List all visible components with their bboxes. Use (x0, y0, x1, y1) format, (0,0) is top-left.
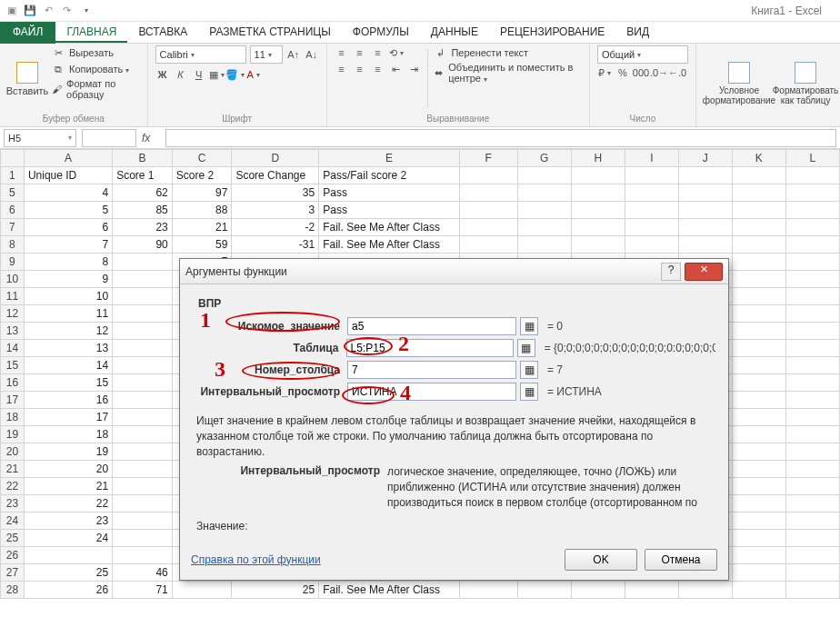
cell[interactable] (785, 340, 839, 357)
row-header[interactable]: 13 (1, 323, 25, 340)
cell[interactable] (732, 461, 785, 478)
cell[interactable] (732, 547, 785, 564)
cell[interactable]: 97 (172, 184, 232, 202)
cell[interactable] (459, 184, 517, 202)
cell[interactable] (732, 202, 785, 219)
cell[interactable] (113, 443, 173, 461)
row-header[interactable]: 8 (1, 236, 25, 254)
cell[interactable] (571, 167, 625, 184)
cell[interactable] (785, 582, 839, 599)
format-painter-button[interactable]: Формат по образцу (66, 78, 140, 100)
tab-review[interactable]: РЕЦЕНЗИРОВАНИЕ (489, 22, 615, 43)
ok-button[interactable]: OK (565, 549, 637, 571)
cell[interactable] (517, 582, 571, 599)
cell[interactable] (678, 582, 732, 599)
col-header[interactable]: A (24, 150, 112, 167)
cell[interactable]: 9 (24, 271, 112, 288)
formula-bar[interactable] (165, 129, 836, 147)
row-header[interactable]: 6 (1, 202, 25, 219)
cell[interactable]: 88 (172, 202, 232, 219)
cell[interactable] (785, 564, 839, 582)
arg-input-range[interactable] (347, 383, 516, 401)
cell[interactable] (732, 564, 785, 582)
underline-icon[interactable]: Ч (192, 67, 206, 82)
cell[interactable] (113, 513, 173, 530)
cell[interactable] (785, 288, 839, 305)
cell[interactable]: 90 (113, 236, 173, 254)
wrap-text-icon[interactable]: ↲ (433, 45, 447, 60)
cell[interactable]: 25 (232, 582, 319, 599)
cell[interactable]: 16 (24, 392, 112, 409)
cell[interactable]: Pass/Fail score 2 (319, 167, 460, 184)
cell[interactable]: 35 (232, 184, 319, 202)
row-header[interactable]: 14 (1, 340, 25, 357)
cell[interactable] (113, 305, 173, 323)
tab-formulas[interactable]: ФОРМУЛЫ (342, 22, 420, 43)
cell[interactable]: 11 (24, 305, 112, 323)
decrease-decimal-icon[interactable]: ←.0 (670, 65, 685, 80)
cell[interactable] (571, 236, 625, 254)
save-icon[interactable]: 💾 (22, 3, 38, 19)
row-header[interactable]: 18 (1, 409, 25, 426)
cell[interactable] (785, 478, 839, 495)
cell[interactable] (678, 184, 732, 202)
arg-input-lookup[interactable] (347, 317, 516, 335)
number-format-select[interactable]: Общий (597, 45, 688, 64)
fill-color-icon[interactable]: 🪣 (228, 67, 243, 82)
cell[interactable]: 8 (24, 254, 112, 271)
row-header[interactable]: 15 (1, 357, 25, 374)
increase-font-icon[interactable]: A↑ (286, 47, 301, 62)
border-icon[interactable]: ▦ (210, 67, 225, 82)
decrease-font-icon[interactable]: A↓ (305, 47, 319, 62)
comma-icon[interactable]: 000 (634, 65, 648, 80)
cell[interactable] (732, 426, 785, 443)
row-header[interactable]: 27 (1, 564, 25, 582)
cell[interactable]: Fail. See Me After Class (319, 582, 460, 599)
bold-icon[interactable]: Ж (155, 67, 170, 82)
cell[interactable] (785, 305, 839, 323)
tab-data[interactable]: ДАННЫЕ (420, 22, 489, 43)
cell[interactable] (24, 547, 112, 564)
cell[interactable] (571, 184, 625, 202)
cell[interactable]: Score Change (232, 167, 319, 184)
cell[interactable]: 23 (24, 513, 112, 530)
col-header[interactable]: D (232, 150, 319, 167)
cell[interactable]: 19 (24, 443, 112, 461)
merge-button[interactable]: Объединить и поместить в центре (448, 62, 582, 84)
cell[interactable] (732, 254, 785, 271)
paste-button[interactable]: Вставить (7, 45, 47, 112)
cell[interactable] (113, 392, 173, 409)
cell[interactable] (517, 236, 571, 254)
cell[interactable] (113, 323, 173, 340)
cell[interactable]: -31 (232, 236, 319, 254)
cut-button[interactable]: Вырезать (69, 47, 114, 58)
increase-indent-icon[interactable]: ⇥ (407, 62, 422, 76)
col-header[interactable]: L (785, 150, 839, 167)
cut-icon[interactable]: ✂ (51, 45, 65, 60)
function-help-link[interactable]: Справка по этой функции (191, 553, 557, 566)
cell[interactable] (785, 443, 839, 461)
cell[interactable]: 18 (24, 426, 112, 443)
cell[interactable]: 24 (24, 530, 112, 547)
cell[interactable]: 5 (24, 202, 112, 219)
currency-icon[interactable]: ₽ (597, 65, 612, 80)
align-left-icon[interactable]: ≡ (335, 62, 349, 76)
merge-icon[interactable]: ⬌ (433, 65, 445, 80)
cell[interactable] (625, 167, 678, 184)
cell[interactable] (517, 184, 571, 202)
cell[interactable] (785, 323, 839, 340)
range-picker-icon[interactable]: ▦ (520, 383, 538, 401)
cell[interactable]: 62 (113, 184, 173, 202)
cell[interactable] (113, 357, 173, 374)
cell[interactable]: 71 (113, 582, 173, 599)
cell[interactable]: 10 (24, 288, 112, 305)
col-header[interactable]: C (172, 150, 232, 167)
cell[interactable] (732, 409, 785, 426)
cell[interactable] (625, 582, 678, 599)
cell[interactable] (732, 478, 785, 495)
row-header[interactable]: 5 (1, 184, 25, 202)
cell[interactable] (113, 374, 173, 392)
cancel-button[interactable]: Отмена (645, 549, 717, 571)
cell[interactable] (785, 271, 839, 288)
percent-icon[interactable]: % (615, 65, 630, 80)
